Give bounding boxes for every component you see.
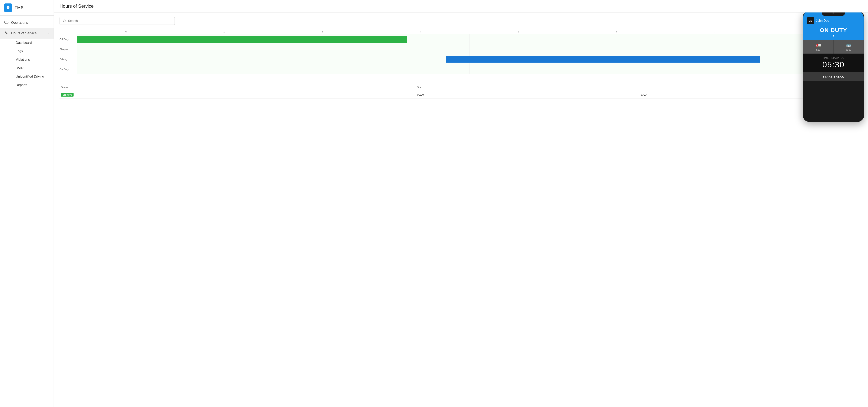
sub-nav-unidentified-driving[interactable]: Unidentified Driving [11,72,54,81]
content-area: M 1 3 4 5 6 7 8 Off Duty [54,12,868,407]
nav-item-operations[interactable]: Operations [0,18,54,28]
chevron-down-icon[interactable]: ▼ [832,34,835,37]
timeline-col-7: 7 [666,30,764,33]
trailer-id: 5363 [846,49,851,51]
timeline-row-sleeper: Sleeper [60,44,862,54]
trailer-icon: 🚌 [846,42,851,48]
operations-label: Operations [11,21,49,25]
truck-icon: 🚛 [816,42,821,48]
chevron-down-icon: ∨ [48,32,49,35]
section-divider [60,80,862,80]
hos-label: Hours of Service [11,31,45,35]
main-content: Hours of Service M 1 3 4 5 6 7 8 [54,0,868,407]
sidebar: TMS Operations Hours of Service ∨ Dashbo… [0,0,54,407]
timeline-col-4: 4 [371,30,469,33]
phone-mockup: JD John Doe ON DUTY ▼ 🚛 510 🚌 5363 [803,12,864,122]
timeline-cells-off-duty [77,34,862,44]
timeline-cells-sleeper [77,44,862,54]
time-remaining-value: 05:30 [822,60,844,69]
status-table: Status Start DRIVING 00:00 o, CA [60,84,862,99]
timeline-label-driving: Driving [60,58,77,61]
timeline-row-driving: Driving [60,54,862,64]
app-title: TMS [14,5,24,10]
sub-nav-dvir[interactable]: DVIR [11,64,54,72]
timeline-col-6: 6 [568,30,666,33]
search-icon [63,19,66,23]
timeline-row-off-duty: Off Duty [60,34,862,44]
phone-username: John Doe [816,19,829,23]
sub-nav: Dashboard Logs Violations DVIR Unidentif… [0,39,54,89]
timeline-row-on-duty: On Duty [60,64,862,74]
start-break-button[interactable]: START BREAK [803,72,864,81]
table-cell-start: 00:00 [415,91,639,99]
driving-bar [446,56,760,63]
truck-cell[interactable]: 🚛 510 [803,40,834,54]
nav-section: Operations Hours of Service ∨ Dashboard … [0,15,54,91]
phone-time-remaining: TIME REMAINING 05:30 [803,54,864,72]
timeline-label-on-duty: On Duty [60,68,77,71]
timeline-label-sleeper: Sleeper [60,48,77,51]
phone-duty-status[interactable]: ON DUTY [820,27,847,33]
table-row: DRIVING 00:00 o, CA [60,91,862,99]
trailer-cell[interactable]: 🚌 5363 [834,40,864,54]
svg-line-2 [65,22,66,22]
logo-icon [4,3,12,12]
hos-icon [4,31,8,36]
timeline: M 1 3 4 5 6 7 8 Off Duty [60,30,862,74]
col-header-start: Start [415,84,639,91]
sub-nav-violations[interactable]: Violations [11,56,54,64]
timeline-col-3: 3 [273,30,371,33]
search-bar[interactable] [60,17,175,25]
truck-id: 510 [816,49,820,51]
cloud-icon [4,20,8,25]
phone-user-row: JD John Doe [807,17,829,24]
status-badge: DRIVING [61,93,73,97]
timeline-label-off-duty: Off Duty [60,38,77,41]
timeline-col-1: 1 [175,30,273,33]
svg-point-1 [63,20,65,22]
col-header-status: Status [60,84,415,91]
phone-header: JD John Doe ON DUTY ▼ [803,12,864,40]
page-header: Hours of Service [54,0,868,12]
phone-screen: JD John Doe ON DUTY ▼ 🚛 510 🚌 5363 [803,12,864,122]
time-remaining-label: TIME REMAINING [823,57,844,59]
table-header-row: Status Start [60,84,862,91]
sub-nav-logs[interactable]: Logs [11,47,54,56]
table-cell-status: DRIVING [60,91,415,99]
sub-nav-dashboard[interactable]: Dashboard [11,39,54,47]
nav-item-hos[interactable]: Hours of Service ∨ [0,28,54,39]
phone-vehicles: 🚛 510 🚌 5363 [803,40,864,54]
timeline-header: M 1 3 4 5 6 7 8 [77,30,862,33]
timeline-col-m: M [77,30,175,33]
avatar: JD [807,17,814,24]
off-duty-bar [77,36,407,43]
timeline-col-5: 5 [469,30,568,33]
page-title: Hours of Service [60,3,94,9]
search-input[interactable] [68,19,172,23]
sub-nav-reports[interactable]: Reports [11,81,54,89]
timeline-cells-driving [77,54,862,64]
logo-area: TMS [0,0,54,15]
timeline-cells-on-duty [77,64,862,74]
